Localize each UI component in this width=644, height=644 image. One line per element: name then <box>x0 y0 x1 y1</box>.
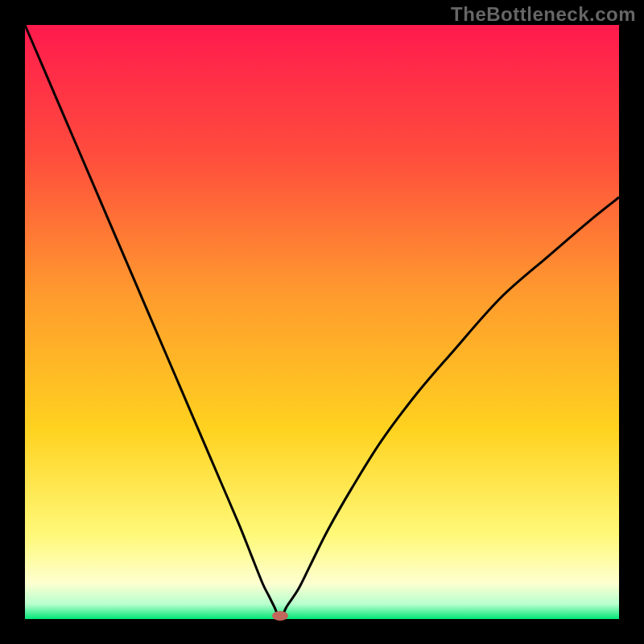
chart-container: TheBottleneck.com <box>0 0 644 644</box>
watermark-text: TheBottleneck.com <box>451 3 636 26</box>
bottleneck-curve <box>25 25 619 619</box>
optimal-point-marker <box>272 611 288 621</box>
plot-frame <box>25 25 619 619</box>
